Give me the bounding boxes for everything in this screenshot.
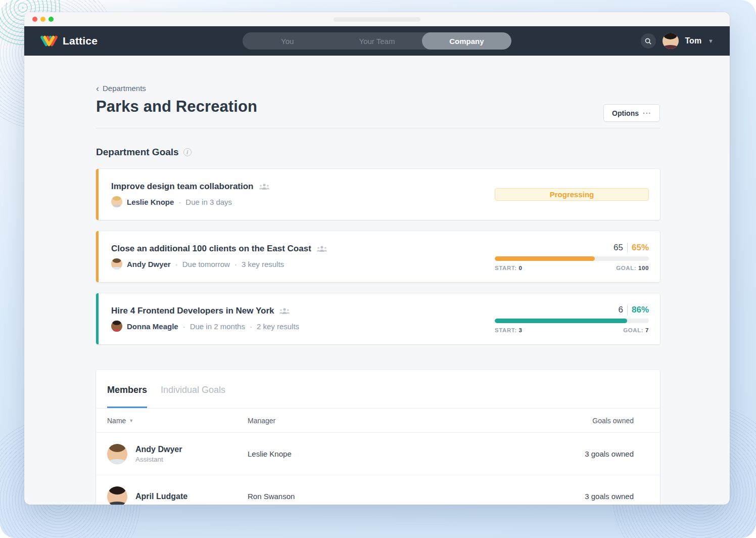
options-label: Options: [612, 109, 639, 117]
status-badge: Progressing: [495, 188, 649, 201]
member-manager: Leslie Knope: [248, 450, 534, 458]
members-tabs: Members Individual Goals: [96, 370, 660, 409]
user-avatar[interactable]: [663, 33, 679, 49]
column-header-goals-owned[interactable]: Goals owned: [534, 417, 660, 425]
window-titlebar: [24, 12, 730, 26]
page-title: Parks and Recreation: [96, 98, 660, 116]
member-name[interactable]: Andy Dwyer: [135, 445, 182, 454]
meta-separator: ·: [183, 322, 185, 331]
group-icon: [279, 307, 290, 315]
navbar-right-cluster: Tom ▼: [641, 33, 714, 49]
ellipsis-icon: ···: [643, 109, 651, 117]
goal-card-east-coast-clients[interactable]: Close an additional 100 clients on the E…: [96, 231, 660, 282]
goal-due-date: Due tomorrow: [182, 260, 230, 268]
goal-card-design-collaboration[interactable]: Improve design team collaboration Leslie…: [96, 169, 660, 220]
goal-accent-stripe: [96, 231, 99, 282]
start-value: START: 0: [495, 265, 522, 271]
goal-key-results[interactable]: 3 key results: [242, 260, 284, 268]
member-manager: Ron Swanson: [248, 492, 534, 501]
chevron-left-icon: ‹: [96, 85, 99, 92]
progress-bar-fill: [495, 256, 595, 261]
members-panel: Members Individual Goals Name ▼ Manager …: [96, 370, 660, 505]
minimize-window-button[interactable]: [40, 17, 45, 22]
goal-accent-stripe: [96, 293, 99, 344]
member-row-april-ludgate[interactable]: April Ludgate Ron Swanson 3 goals owned: [96, 475, 660, 505]
column-header-name[interactable]: Name ▼: [96, 417, 248, 425]
department-goals-header: Department Goals i: [96, 147, 660, 158]
member-role: Assistant: [135, 456, 182, 463]
progress-bar: [495, 319, 649, 323]
header-divider: [96, 128, 660, 128]
search-button[interactable]: [641, 33, 656, 49]
meta-separator: ·: [178, 198, 181, 206]
goal-title: Hire 4 Frontend Developers in New York: [111, 306, 274, 316]
meta-separator: ·: [175, 260, 178, 268]
goal-owner[interactable]: Andy Dwyer: [127, 260, 171, 268]
member-goals-owned: 3 goals owned: [534, 450, 660, 458]
top-navbar: Lattice You Your Team Company Tom ▼: [24, 26, 730, 56]
goal-due-date: Due in 3 days: [185, 198, 232, 206]
goal-value: GOAL: 100: [616, 265, 649, 271]
tab-individual-goals[interactable]: Individual Goals: [161, 385, 225, 408]
search-icon: [644, 37, 652, 45]
section-title: Department Goals: [96, 147, 179, 158]
nav-segmented-control: You Your Team Company: [243, 32, 511, 50]
meta-separator: ·: [234, 260, 237, 268]
titlebar-drag-handle: [334, 17, 420, 22]
member-avatar: [107, 486, 127, 505]
owner-avatar: [111, 196, 122, 207]
goal-owner[interactable]: Donna Meagle: [127, 322, 178, 331]
owner-avatar: [111, 258, 122, 270]
goal-card-hire-frontend-developers[interactable]: Hire 4 Frontend Developers in New York D…: [96, 293, 660, 344]
fullscreen-window-button[interactable]: [49, 17, 54, 22]
progress-value: 6: [619, 305, 628, 315]
info-icon[interactable]: i: [183, 148, 192, 156]
app-window: Lattice You Your Team Company Tom ▼: [24, 12, 730, 505]
lattice-home-link[interactable]: Lattice: [40, 34, 98, 48]
progress-percent: 65%: [628, 243, 649, 253]
progress-value: 65: [613, 243, 628, 253]
group-icon: [259, 183, 270, 191]
tab-company[interactable]: Company: [422, 32, 511, 50]
goal-owner[interactable]: Leslie Knope: [127, 198, 174, 206]
progress-bar: [495, 256, 649, 261]
breadcrumb-label: Departments: [103, 84, 146, 93]
start-value: START: 3: [495, 327, 522, 333]
breadcrumb-departments[interactable]: ‹ Departments: [96, 84, 660, 93]
page-header: ‹ Departments Parks and Recreation Optio…: [96, 84, 660, 116]
goal-due-date: Due in 2 months: [190, 322, 245, 331]
owner-avatar: [111, 321, 122, 332]
members-table-header: Name ▼ Manager Goals owned: [96, 409, 660, 433]
progress-percent: 86%: [628, 305, 649, 315]
goal-title: Close an additional 100 clients on the E…: [111, 244, 311, 254]
page-background: Lattice You Your Team Company Tom ▼: [0, 0, 756, 538]
brand-name: Lattice: [63, 35, 98, 47]
sort-descending-icon: ▼: [129, 418, 133, 423]
goal-key-results[interactable]: 2 key results: [257, 322, 299, 331]
member-goals-owned: 3 goals owned: [534, 492, 660, 501]
main-content: ‹ Departments Parks and Recreation Optio…: [24, 84, 730, 505]
user-menu-name[interactable]: Tom: [685, 36, 702, 46]
tab-you[interactable]: You: [243, 32, 332, 50]
close-window-button[interactable]: [32, 17, 37, 22]
goal-title: Improve design team collaboration: [111, 182, 254, 192]
chevron-down-icon[interactable]: ▼: [708, 38, 714, 44]
options-button[interactable]: Options ···: [603, 104, 660, 122]
meta-separator: ·: [250, 322, 252, 331]
column-header-manager[interactable]: Manager: [248, 417, 534, 425]
tab-members[interactable]: Members: [107, 385, 147, 408]
group-icon: [316, 245, 327, 253]
progress-bar-fill: [495, 319, 627, 323]
member-name[interactable]: April Ludgate: [135, 492, 187, 501]
member-row-andy-dwyer[interactable]: Andy Dwyer Assistant Leslie Knope 3 goal…: [96, 433, 660, 475]
tab-your-team[interactable]: Your Team: [332, 32, 421, 50]
goal-accent-stripe: [96, 169, 99, 220]
goal-value: GOAL: 7: [623, 327, 649, 333]
lattice-logo-icon: [40, 34, 58, 48]
member-avatar: [107, 444, 127, 464]
